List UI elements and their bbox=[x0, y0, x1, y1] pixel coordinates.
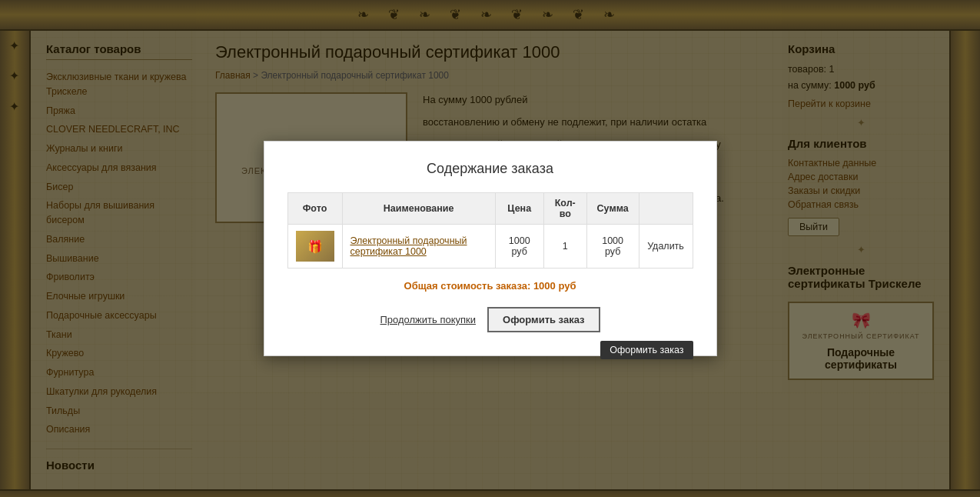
col-qty: Кол-во bbox=[543, 193, 586, 225]
row-photo: 🎁 bbox=[287, 225, 342, 269]
checkout-tooltip: Оформить заказ bbox=[600, 341, 693, 359]
table-header-row: Фото Наименование Цена Кол-во Сумма bbox=[287, 193, 693, 225]
row-sum: 1000 руб bbox=[586, 225, 639, 269]
col-name: Наименование bbox=[342, 193, 495, 225]
col-action bbox=[639, 193, 693, 225]
row-name: Электронный подарочный сертификат 1000 bbox=[342, 225, 495, 269]
col-photo: Фото bbox=[287, 193, 342, 225]
modal-title: Содержание заказа bbox=[287, 161, 693, 177]
checkout-button[interactable]: Оформить заказ bbox=[487, 307, 600, 332]
modal-overlay: Содержание заказа Фото Наименование Цена… bbox=[0, 0, 980, 497]
product-thumbnail: 🎁 bbox=[296, 231, 334, 262]
row-delete[interactable]: Удалить bbox=[639, 225, 693, 269]
col-sum: Сумма bbox=[586, 193, 639, 225]
col-price: Цена bbox=[495, 193, 543, 225]
row-qty: 1 bbox=[543, 225, 586, 269]
delete-link[interactable]: Удалить bbox=[647, 241, 684, 252]
order-modal: Содержание заказа Фото Наименование Цена… bbox=[264, 141, 717, 356]
order-table: Фото Наименование Цена Кол-во Сумма 🎁 bbox=[287, 192, 693, 269]
total-line: Общая стоимость заказа: 1000 руб bbox=[287, 280, 693, 292]
product-name-link[interactable]: Электронный подарочный сертификат 1000 bbox=[350, 235, 467, 257]
order-table-container: Фото Наименование Цена Кол-во Сумма 🎁 bbox=[287, 192, 693, 269]
continue-shopping-button[interactable]: Продолжить покупки bbox=[380, 314, 476, 325]
table-row: 🎁 Электронный подарочный сертификат 1000… bbox=[287, 225, 693, 269]
modal-actions: Продолжить покупки Оформить заказ Оформи… bbox=[287, 307, 693, 332]
row-price: 1000 руб bbox=[495, 225, 543, 269]
